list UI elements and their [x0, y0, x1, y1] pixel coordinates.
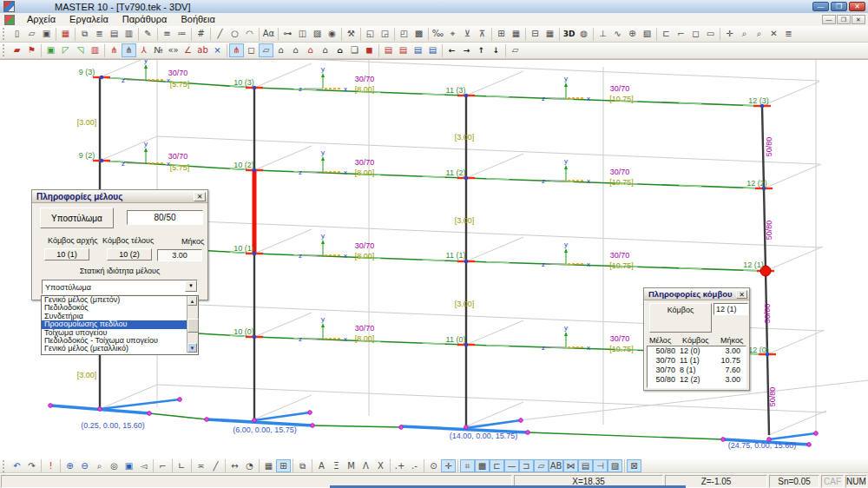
- frame-edit-button[interactable]: ⊏: [659, 27, 674, 41]
- calc-panel-button[interactable]: ▦: [261, 459, 276, 472]
- local-axes-button[interactable]: ⋔: [229, 43, 244, 57]
- member-type-button[interactable]: Υποστύλωμα: [40, 208, 114, 228]
- node-marker[interactable]: [464, 176, 468, 180]
- measure-button[interactable]: ≍: [194, 459, 208, 472]
- member-dialog-close-icon[interactable]: ✕: [194, 192, 206, 201]
- pencil-angle-button[interactable]: ∠: [181, 43, 195, 57]
- zoom-dynamic-button[interactable]: ◎: [107, 459, 122, 472]
- axes-xyz-button[interactable]: ⨯: [210, 43, 225, 57]
- menu-tools[interactable]: Εργαλεία: [62, 13, 115, 26]
- scrollbar-thumb[interactable]: [187, 319, 199, 333]
- storey-1-button[interactable]: ⌂: [273, 43, 288, 57]
- select-prev-button[interactable]: ◹: [73, 43, 88, 57]
- move-down-button[interactable]: ↓: [489, 43, 503, 57]
- axes-circle-button[interactable]: ⋔: [122, 43, 136, 57]
- draw-circle-button[interactable]: ○: [227, 27, 242, 41]
- member-type-option[interactable]: Γενικό μέλος (μπετόν): [42, 296, 187, 304]
- draw-arc-button[interactable]: ◠: [242, 27, 257, 41]
- insert-list-button[interactable]: ≡: [160, 27, 174, 41]
- node-marker[interactable]: [464, 94, 468, 97]
- grid-button[interactable]: #: [194, 27, 208, 41]
- footing-node-marker[interactable]: [311, 424, 315, 428]
- view-render-button[interactable]: ◍: [576, 27, 591, 41]
- print-button[interactable]: ≣: [92, 27, 107, 41]
- redo-button[interactable]: ↷: [24, 459, 39, 472]
- footing-node-marker[interactable]: [464, 425, 469, 430]
- footing-node-marker[interactable]: [399, 425, 404, 430]
- stamp-button[interactable]: ◉: [325, 27, 339, 41]
- node-value-field[interactable]: 12 (1): [713, 303, 748, 315]
- polygon-select-button[interactable]: ▰: [10, 43, 24, 57]
- zoom-window-button[interactable]: ⌕: [92, 459, 107, 472]
- find-member-button[interactable]: ⌖: [445, 27, 460, 41]
- sketch-pencil-button[interactable]: ✎: [141, 27, 155, 41]
- node-marker[interactable]: [253, 168, 256, 172]
- align-top-button[interactable]: ⊻: [460, 27, 475, 41]
- beam-table-3-button[interactable]: ▤: [411, 43, 425, 57]
- comment-button[interactable]: ❏: [347, 43, 362, 57]
- point-minus-button[interactable]: .-: [407, 459, 422, 472]
- node-marker[interactable]: [762, 187, 766, 190]
- footing-node-marker[interactable]: [721, 438, 726, 442]
- crosshair-button[interactable]: ✛: [441, 459, 456, 472]
- edit-list-button[interactable]: ≔: [174, 27, 189, 41]
- connected-member-row[interactable]: 30/708 (1)7.60: [648, 366, 744, 375]
- note-button[interactable]: ▭: [703, 27, 718, 41]
- footing-node-marker[interactable]: [519, 419, 523, 423]
- table-panel-button[interactable]: ⊞: [276, 459, 291, 472]
- footing-node-marker[interactable]: [767, 438, 772, 442]
- static-property-combobox[interactable]: Υποστύλωμα ▼: [42, 280, 198, 294]
- cube-solid-button[interactable]: ◼: [362, 43, 377, 57]
- print-preview-button[interactable]: ▤: [107, 27, 122, 41]
- text-style-button[interactable]: Aα: [261, 27, 276, 41]
- footing-node-marker[interactable]: [253, 419, 257, 423]
- node-marker[interactable]: [253, 335, 256, 339]
- end-node-button[interactable]: 10 (2): [107, 248, 152, 260]
- print-grid-button[interactable]: ⊟: [528, 27, 542, 41]
- point-plus-button[interactable]: .+: [392, 459, 407, 472]
- combobox-dropdown-icon[interactable]: ▼: [185, 280, 197, 292]
- window-properties-button[interactable]: ◱: [363, 27, 378, 41]
- angle-button[interactable]: ∟: [174, 459, 189, 472]
- protractor-button[interactable]: ◔: [242, 459, 257, 472]
- move-up-button[interactable]: ↑: [474, 43, 489, 57]
- regen-button[interactable]: !: [43, 459, 58, 472]
- select-poly-button[interactable]: ◸: [58, 43, 73, 57]
- mdi-close-button[interactable]: ✕: [852, 15, 865, 24]
- beam-table-1-button[interactable]: ▤: [381, 43, 396, 57]
- tools-hammer-button[interactable]: ⚒: [344, 27, 358, 41]
- snap-end-button[interactable]: ⊣: [593, 459, 608, 472]
- snap-grid-button[interactable]: ⌗: [460, 459, 475, 472]
- node-marker[interactable]: [464, 343, 468, 346]
- snap-left-button[interactable]: ⊏: [490, 459, 504, 472]
- mdi-restore-button[interactable]: ❐: [837, 15, 851, 24]
- node-dialog-close-icon[interactable]: ✕: [736, 290, 747, 299]
- scale-permille-button[interactable]: ‰: [431, 27, 445, 41]
- zoom-extents-button[interactable]: ▣: [122, 459, 136, 472]
- snap-slab-button[interactable]: ▱: [534, 459, 549, 472]
- connected-member-row[interactable]: 50/8012 (0)3.00: [648, 346, 744, 356]
- menu-help[interactable]: Βοήθεια: [174, 13, 221, 26]
- search-back-button[interactable]: ⌕: [752, 27, 766, 41]
- cube-outline-button[interactable]: ◻: [244, 43, 259, 57]
- copy-button[interactable]: ⧉: [77, 27, 92, 41]
- menu-windows[interactable]: Παράθυρα: [115, 13, 174, 26]
- snap-ab-button[interactable]: AB: [549, 459, 563, 472]
- footing-node-marker[interactable]: [205, 418, 209, 422]
- footing-node-marker[interactable]: [148, 412, 152, 416]
- spring-button[interactable]: ∿: [610, 27, 625, 41]
- calculator-button[interactable]: ▦: [509, 27, 523, 41]
- select-area-button[interactable]: ▣: [43, 43, 58, 57]
- footing-node-marker[interactable]: [526, 431, 530, 435]
- member-type-option[interactable]: Πεδιλοδοκός - Τοίχωμα υπογείου: [42, 337, 187, 345]
- letter-a-button[interactable]: A: [314, 459, 329, 472]
- connected-member-row[interactable]: 50/8012 (2)3.00: [648, 375, 744, 385]
- axes-node-button[interactable]: ⅄: [136, 43, 151, 57]
- support-button[interactable]: ⊥: [595, 27, 610, 41]
- node-marker[interactable]: [100, 159, 103, 162]
- hatch-button[interactable]: ▨: [310, 27, 325, 41]
- axes-triad-button[interactable]: ⋔: [107, 43, 122, 57]
- flag-button[interactable]: ⚑: [24, 43, 39, 57]
- copy-view-button[interactable]: ⧉: [295, 459, 310, 472]
- node-marker[interactable]: [253, 252, 256, 255]
